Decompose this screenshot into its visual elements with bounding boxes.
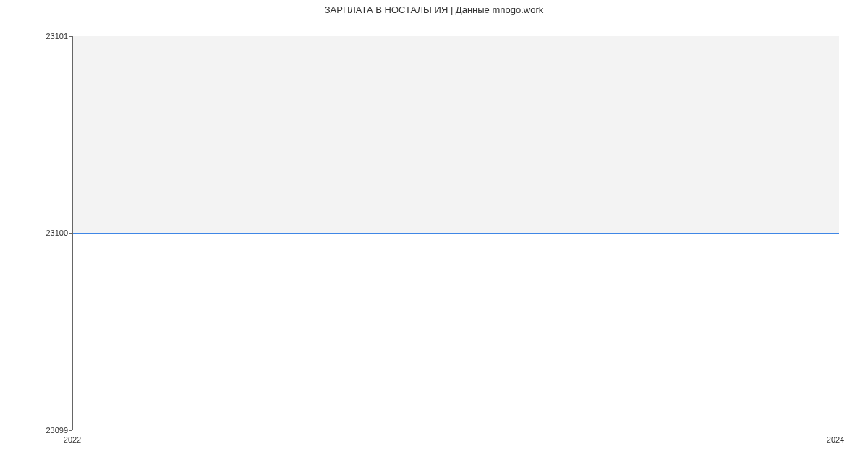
x-tick-label: 2022: [64, 435, 81, 444]
y-tick-label: 23100: [46, 228, 68, 237]
y-tick-mark: [69, 36, 72, 37]
area-fill: [73, 36, 839, 233]
x-tick-label: 2024: [827, 435, 844, 444]
y-tick-mark: [69, 430, 72, 431]
plot-area: [72, 36, 839, 430]
chart-title: ЗАРПЛАТА В НОСТАЛЬГИЯ | Данные mnogo.wor…: [0, 4, 868, 15]
y-tick-mark: [69, 233, 72, 234]
y-tick-label: 23101: [46, 32, 68, 40]
y-tick-label: 23099: [46, 426, 68, 435]
line-series: [73, 233, 839, 234]
